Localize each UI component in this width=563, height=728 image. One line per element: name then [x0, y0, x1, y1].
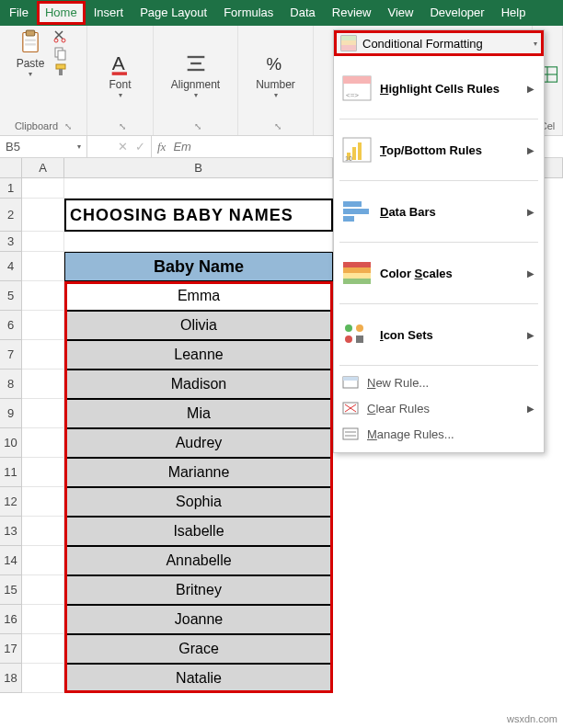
cell-A14[interactable] — [22, 546, 64, 575]
cell-A7[interactable] — [22, 340, 64, 370]
column-header-A[interactable]: A — [22, 158, 64, 178]
svg-rect-43 — [343, 377, 358, 381]
table-row[interactable]: Britney — [64, 575, 333, 605]
launcher-icon[interactable]: ⤡ — [119, 121, 126, 131]
tab-view[interactable]: View — [379, 1, 421, 25]
row-header-6[interactable]: 6 — [0, 311, 22, 340]
cell-A13[interactable] — [22, 517, 64, 546]
cf-small-label: Manage Rules... — [367, 427, 454, 441]
launcher-icon[interactable]: ⤡ — [64, 121, 72, 131]
table-row[interactable]: Sophia — [64, 487, 333, 517]
tab-data[interactable]: Data — [282, 1, 323, 25]
cf-item-icon: 10 — [341, 136, 373, 164]
row-header-18[interactable]: 18 — [0, 664, 22, 693]
row-header-9[interactable]: 9 — [0, 399, 22, 428]
svg-rect-3 — [25, 43, 36, 45]
table-row[interactable]: Grace — [64, 634, 333, 664]
cell-A9[interactable] — [22, 399, 64, 428]
tab-formulas[interactable]: Formulas — [215, 1, 282, 25]
table-row[interactable]: Joanne — [64, 605, 333, 634]
cell-A12[interactable] — [22, 487, 64, 517]
cell-A8[interactable] — [22, 370, 64, 399]
cut-button[interactable] — [52, 29, 70, 44]
cell-A16[interactable] — [22, 605, 64, 634]
table-row[interactable]: Natalie — [64, 664, 333, 693]
name-box[interactable]: B5 ▾ — [0, 136, 87, 157]
cf-item-icon-sets[interactable]: Icon Sets▶ — [334, 308, 544, 361]
table-row[interactable]: Mia — [64, 399, 333, 428]
row-header-2[interactable]: 2 — [0, 199, 22, 232]
enter-icon[interactable]: ✓ — [135, 140, 145, 154]
row-header-11[interactable]: 11 — [0, 458, 22, 487]
cell-B3[interactable] — [64, 232, 333, 252]
title-cell[interactable]: CHOOSING BABY NAMES — [64, 199, 333, 232]
column-header-B[interactable]: B — [64, 158, 333, 178]
select-all-corner[interactable] — [0, 158, 22, 178]
table-row[interactable]: Olivia — [64, 311, 333, 340]
row-header-4[interactable]: 4 — [0, 252, 22, 281]
cf-small-manage-rules-[interactable]: Manage Rules... — [334, 421, 544, 447]
chevron-down-icon: ▾ — [77, 142, 81, 151]
cell-A11[interactable] — [22, 458, 64, 487]
copy-button[interactable] — [52, 46, 70, 61]
table-row[interactable]: Audrey — [64, 428, 333, 458]
cf-item-color-scales[interactable]: Color Scales▶ — [334, 246, 544, 300]
alignment-button[interactable]: Alignment ▾ — [171, 51, 220, 99]
cell-A17[interactable] — [22, 634, 64, 664]
cell-A4[interactable] — [22, 252, 64, 281]
table-row[interactable]: Annabelle — [64, 546, 333, 575]
brush-icon — [53, 63, 68, 77]
tab-review[interactable]: Review — [324, 1, 380, 25]
row-header-15[interactable]: 15 — [0, 575, 22, 605]
cell-A2[interactable] — [22, 199, 64, 232]
tab-home[interactable]: Home — [37, 1, 86, 25]
format-painter-button[interactable] — [52, 63, 70, 77]
cell-A10[interactable] — [22, 428, 64, 458]
launcher-icon[interactable]: ⤡ — [274, 121, 282, 131]
cf-small-new-rule-[interactable]: New Rule... — [334, 370, 544, 395]
tab-page-layout[interactable]: Page Layout — [132, 1, 215, 25]
cell-A6[interactable] — [22, 311, 64, 340]
number-button[interactable]: % Number ▾ — [256, 51, 295, 99]
cf-item-highlight-cells-rules[interactable]: <=>Highlight Cells Rules▶ — [334, 62, 544, 115]
font-button[interactable]: A Font ▾ — [108, 51, 133, 99]
tab-developer[interactable]: Developer — [421, 1, 492, 25]
row-header-10[interactable]: 10 — [0, 428, 22, 458]
svg-rect-11 — [111, 72, 126, 75]
row-header-1[interactable]: 1 — [0, 178, 22, 199]
row-header-7[interactable]: 7 — [0, 340, 22, 370]
row-header-5[interactable]: 5 — [0, 281, 22, 311]
table-header[interactable]: Baby Name — [64, 252, 333, 281]
cell-A18[interactable] — [22, 664, 64, 693]
tab-insert[interactable]: Insert — [86, 1, 132, 25]
table-row[interactable]: Isabelle — [64, 517, 333, 546]
table-row[interactable]: Marianne — [64, 458, 333, 487]
tab-help[interactable]: Help — [493, 1, 534, 25]
cancel-icon[interactable]: ✕ — [118, 140, 128, 154]
table-row[interactable]: Leanne — [64, 340, 333, 370]
row-header-14[interactable]: 14 — [0, 546, 22, 575]
paste-button[interactable]: Paste ▾ — [17, 29, 45, 78]
cf-item-top-bottom-rules[interactable]: 10Top/Bottom Rules▶ — [334, 123, 544, 176]
table-row[interactable]: Emma — [64, 281, 333, 311]
cf-item-data-bars[interactable]: Data Bars▶ — [334, 185, 544, 238]
row-header-16[interactable]: 16 — [0, 605, 22, 634]
row-header-17[interactable]: 17 — [0, 634, 22, 664]
fx-icon[interactable]: fx — [157, 140, 166, 154]
cell-A5[interactable] — [22, 281, 64, 311]
cf-icon — [340, 35, 357, 51]
launcher-icon[interactable]: ⤡ — [194, 121, 201, 131]
row-header-12[interactable]: 12 — [0, 487, 22, 517]
cf-small-clear-rules[interactable]: Clear Rules▶ — [334, 395, 544, 421]
conditional-formatting-button[interactable]: Conditional Formatting ▾ — [334, 30, 544, 56]
alignment-label: Alignment — [171, 78, 220, 91]
cell-A1[interactable] — [22, 178, 64, 199]
row-header-3[interactable]: 3 — [0, 232, 22, 252]
cell-A15[interactable] — [22, 575, 64, 605]
tab-file[interactable]: File — [1, 1, 37, 25]
row-header-8[interactable]: 8 — [0, 370, 22, 399]
cell-B1[interactable] — [64, 178, 333, 199]
cell-A3[interactable] — [22, 232, 64, 252]
table-row[interactable]: Madison — [64, 370, 333, 399]
row-header-13[interactable]: 13 — [0, 517, 22, 546]
